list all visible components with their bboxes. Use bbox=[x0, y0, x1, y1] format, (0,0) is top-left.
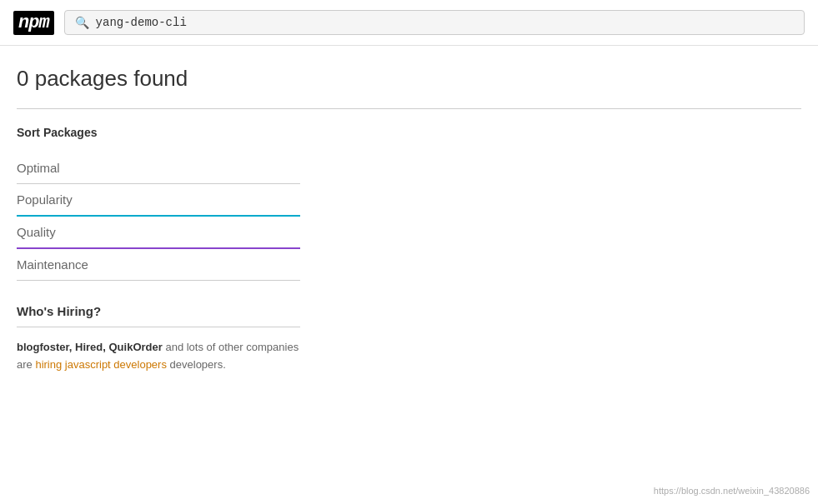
hiring-text: blogfoster, Hired, QuikOrder and lots of… bbox=[17, 339, 300, 374]
sort-optimal[interactable]: Optimal bbox=[17, 152, 300, 184]
sort-heading: Sort Packages bbox=[17, 126, 300, 139]
company-names: blogfoster, Hired, QuikOrder bbox=[17, 341, 163, 353]
search-input[interactable] bbox=[96, 16, 794, 29]
whos-hiring-section: Who's Hiring? blogfoster, Hired, QuikOrd… bbox=[17, 304, 300, 374]
header: npm 🔍 bbox=[0, 0, 818, 46]
results-count: 0 packages found bbox=[17, 66, 801, 92]
sort-popularity[interactable]: Popularity bbox=[17, 184, 300, 217]
search-icon: 🔍 bbox=[75, 16, 89, 29]
divider bbox=[17, 108, 801, 109]
hiring-end-text: developers. bbox=[167, 358, 226, 371]
npm-logo: npm bbox=[13, 11, 54, 35]
watermark: https://blog.csdn.net/weixin_43820886 bbox=[654, 486, 810, 496]
sort-quality[interactable]: Quality bbox=[17, 217, 300, 249]
sort-maintenance[interactable]: Maintenance bbox=[17, 249, 300, 281]
sidebar: Sort Packages Optimal Popularity Quality… bbox=[17, 126, 300, 374]
hiring-link[interactable]: hiring javascript developers bbox=[35, 358, 167, 371]
whos-hiring-title: Who's Hiring? bbox=[17, 304, 300, 327]
search-container: 🔍 bbox=[64, 10, 805, 35]
main-content: 0 packages found Sort Packages Optimal P… bbox=[0, 46, 818, 394]
